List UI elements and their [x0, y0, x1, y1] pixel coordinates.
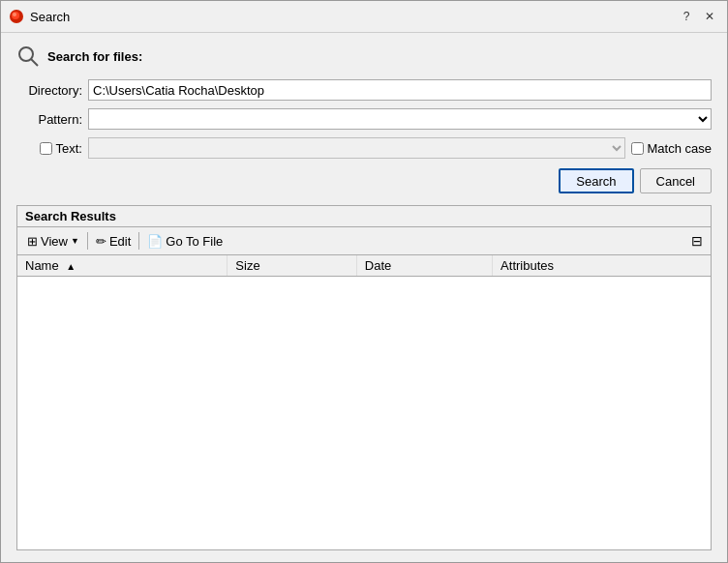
pattern-label: Pattern: [16, 112, 82, 127]
close-button[interactable]: ✕ [700, 7, 719, 26]
title-left: Search [9, 9, 70, 24]
view-dropdown-arrow: ▼ [71, 236, 79, 246]
view-icon: ⊞ [27, 234, 38, 249]
pattern-select[interactable] [88, 108, 712, 130]
toolbar-separator-1 [87, 232, 88, 250]
svg-point-2 [13, 13, 16, 16]
results-toolbar: ⊞ View ▼ ✏ Edit 📄 Go To File ⊟ [17, 227, 711, 255]
action-row: Search Cancel [16, 168, 712, 193]
results-table-container[interactable]: Name ▲ Size Date Attributes [17, 255, 711, 549]
columns-button[interactable]: ⊟ [687, 230, 707, 252]
columns-icon: ⊟ [691, 233, 703, 249]
toolbar-separator-2 [138, 232, 139, 250]
col-name[interactable]: Name ▲ [17, 255, 228, 277]
go-to-file-button[interactable]: 📄 Go To File [141, 229, 228, 252]
cancel-button[interactable]: Cancel [640, 168, 712, 193]
title-text: Search [30, 10, 70, 24]
title-buttons: ? ✕ [677, 7, 719, 26]
go-to-file-label: Go To File [166, 234, 223, 249]
search-button[interactable]: Search [559, 168, 633, 193]
results-header: Search Results [17, 206, 711, 227]
match-case-checkbox[interactable] [631, 142, 644, 155]
title-bar: Search ? ✕ [1, 1, 727, 33]
text-label: Text: [56, 141, 82, 156]
text-row: Text: Match case [16, 137, 712, 159]
col-date[interactable]: Date [356, 255, 492, 277]
col-size[interactable]: Size [228, 255, 356, 277]
help-button[interactable]: ? [677, 7, 696, 26]
view-button[interactable]: ⊞ View ▼ [21, 229, 85, 252]
search-dialog: Search ? ✕ Search for files: Directory: … [0, 0, 728, 563]
text-checkbox[interactable] [40, 142, 52, 155]
edit-icon: ✏ [96, 234, 106, 249]
dialog-content: Search for files: Directory: Pattern: Te… [1, 33, 727, 205]
edit-button[interactable]: ✏ Edit [90, 229, 136, 252]
directory-row: Directory: [16, 79, 712, 101]
header-label: Search for files: [47, 49, 142, 64]
go-to-file-icon: 📄 [147, 234, 163, 249]
pattern-row: Pattern: [16, 108, 712, 130]
svg-line-4 [31, 59, 38, 66]
text-select[interactable] [88, 137, 625, 159]
match-case-text: Match case [648, 141, 712, 156]
search-for-icon [16, 44, 40, 68]
app-icon [9, 9, 24, 24]
header-row: Search for files: [16, 44, 712, 68]
col-attributes[interactable]: Attributes [493, 255, 711, 277]
view-label: View [41, 234, 68, 249]
match-case-label[interactable]: Match case [631, 141, 712, 156]
directory-label: Directory: [16, 83, 82, 98]
directory-input[interactable] [88, 79, 712, 101]
sort-arrow: ▲ [66, 261, 76, 272]
edit-label: Edit [109, 234, 131, 249]
results-table: Name ▲ Size Date Attributes [17, 255, 711, 277]
svg-point-3 [19, 47, 33, 61]
text-checkbox-label: Text: [16, 141, 82, 156]
results-section: Search Results ⊞ View ▼ ✏ Edit 📄 Go To F… [16, 205, 712, 550]
